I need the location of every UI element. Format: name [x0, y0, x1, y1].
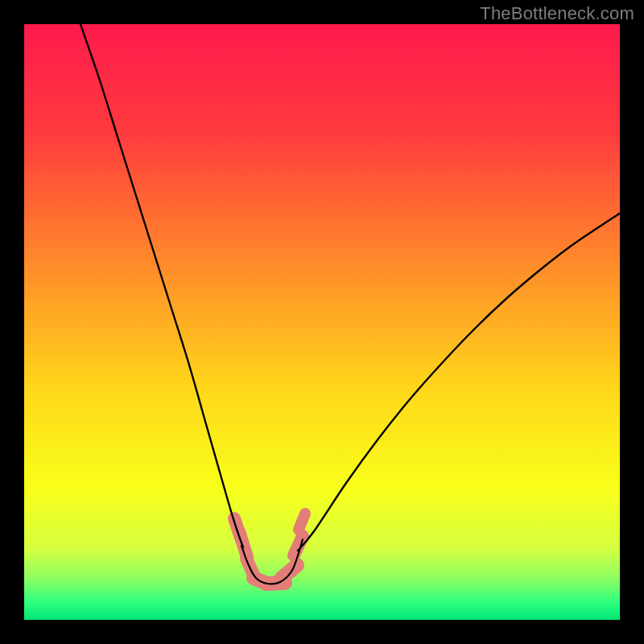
svg-line-8 — [299, 514, 305, 530]
chart-frame: TheBottleneck.com — [0, 0, 644, 644]
svg-rect-0 — [24, 24, 620, 620]
chart-svg — [24, 24, 620, 620]
watermark-text: TheBottleneck.com — [480, 3, 634, 24]
svg-line-6 — [282, 565, 297, 578]
chart-plot-area — [24, 24, 620, 620]
